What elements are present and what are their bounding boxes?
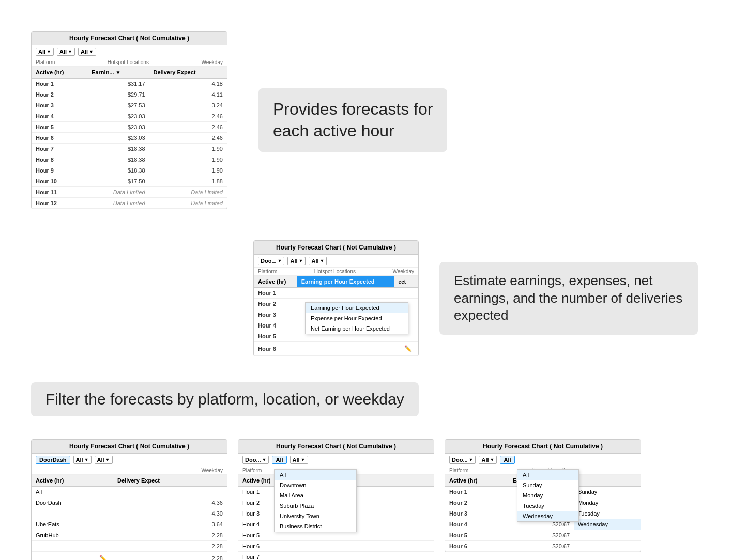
location-business[interactable]: Business District xyxy=(275,521,356,532)
table-row: Hour 4$23.032.46 xyxy=(32,111,227,122)
list-item: 2.28 xyxy=(32,541,227,552)
edit-icon[interactable]: ✏️ xyxy=(404,345,412,352)
table-row: Hour 10$17.501.88 xyxy=(32,176,227,187)
table-row: Hour 9$18.381.90 xyxy=(32,165,227,176)
list-item: All xyxy=(32,487,227,497)
dropdown-item-earning[interactable]: Earning per Hour Expected xyxy=(306,303,408,313)
middle-col-earning-highlighted[interactable]: Earning per Hour Expected xyxy=(297,276,394,288)
bottom-middle-location-filter[interactable]: All xyxy=(272,456,286,464)
platform-filter-arrow: ▼ xyxy=(47,49,51,54)
list-item: GrubHub2.28 xyxy=(32,530,227,541)
table-row: Hour 5 $20.67 xyxy=(445,530,641,541)
middle-table-title: Hourly Forecast Chart ( Not Cumulative ) xyxy=(254,241,418,255)
list-item: Hour 6 xyxy=(238,541,434,552)
dropdown-item-expense[interactable]: Expense per Hour Expected xyxy=(306,313,408,323)
middle-table-header-row: Active (hr) Earning per Hour Expected ec… xyxy=(254,276,418,288)
middle-platform-sublabel: Platform xyxy=(258,269,277,274)
weekday-dropdown-menu: All Sunday Monday Tuesday Wednesday xyxy=(517,469,579,522)
bottom-left-table-wrapper: Hourly Forecast Chart ( Not Cumulative )… xyxy=(31,439,227,560)
middle-location-sublabel: Hotspot Locations xyxy=(314,269,356,274)
list-item: 4.30 xyxy=(32,508,227,519)
location-mall[interactable]: Mall Area xyxy=(275,490,356,501)
weekday-tuesday[interactable]: Tuesday xyxy=(517,501,578,511)
table-row: Hour 12Data LimitedData Limited xyxy=(32,198,227,209)
list-item: UberEats3.64 xyxy=(32,519,227,530)
table-row: Hour 3$27.533.24 xyxy=(32,100,227,111)
platform-filter[interactable]: All ▼ xyxy=(36,48,54,56)
list-item: ✏️ 2.28 xyxy=(32,552,227,561)
weekday-filter[interactable]: All ▼ xyxy=(78,48,96,56)
main-table-header-row: Active (hr) Earnin... ▼ Delivery Expect xyxy=(32,67,227,79)
column-dropdown-menu: Earning per Hour Expected Expense per Ho… xyxy=(305,302,408,334)
edit-icon-bottom-left[interactable]: ✏️ xyxy=(99,555,107,560)
col-active-hr: Active (hr) xyxy=(32,67,87,79)
bottom-right-filter-row: Doo... ▼ All ▼ All xyxy=(445,454,641,466)
dropdown-item-net-earning[interactable]: Net Earning per Hour Expected xyxy=(306,323,408,334)
bottom-right-col-weekday xyxy=(574,475,641,487)
location-sublabel: Hotspot Locations xyxy=(108,59,149,65)
main-data-table: Active (hr) Earnin... ▼ Delivery Expect … xyxy=(32,67,227,209)
platform-sublabel: Platform xyxy=(36,59,55,65)
top-callout: Provides forecasts foreach active hour xyxy=(258,88,447,152)
middle-col-ect: ect xyxy=(394,276,418,288)
middle-forecast-table: Hourly Forecast Chart ( Not Cumulative )… xyxy=(253,240,419,356)
location-suburb[interactable]: Suburb Plaza xyxy=(275,501,356,511)
location-all[interactable]: All xyxy=(275,470,356,480)
table-row: Hour 1 xyxy=(254,288,418,299)
table-row: Hour 8$18.381.90 xyxy=(32,154,227,165)
bottom-right-title: Hourly Forecast Chart ( Not Cumulative ) xyxy=(445,440,641,454)
bottom-right-location-filter[interactable]: All ▼ xyxy=(479,456,497,464)
bottom-left-weekday-filter[interactable]: All ▼ xyxy=(95,456,113,464)
col-earning[interactable]: Earnin... ▼ xyxy=(87,67,149,79)
platform-filter-label: All xyxy=(38,49,45,55)
col-delivery: Delivery Expect xyxy=(149,67,227,79)
bottom-left-filter-row: DoorDash All ▼ All ▼ xyxy=(32,454,227,466)
bottom-middle-title: Hourly Forecast Chart ( Not Cumulative ) xyxy=(238,440,434,454)
location-university[interactable]: University Town xyxy=(275,511,356,521)
bottom-left-header-row: Active (hr) Delivery Expect xyxy=(32,475,227,487)
list-item: DoorDash4.36 xyxy=(32,497,227,508)
list-item: Hour 7 xyxy=(238,552,434,561)
main-forecast-table: Hourly Forecast Chart ( Not Cumulative )… xyxy=(31,31,227,209)
table-row: Hour 5$23.032.46 xyxy=(32,122,227,133)
location-filter-label: All xyxy=(59,49,67,55)
middle-filter-row: Doo... ▼ All ▼ All ▼ xyxy=(254,255,418,268)
table-row: Hour 11Data LimitedData Limited xyxy=(32,187,227,198)
bottom-left-platform-filter[interactable]: DoorDash xyxy=(36,456,70,464)
weekday-filter-arrow: ▼ xyxy=(89,49,94,54)
bottom-right-weekday-filter[interactable]: All xyxy=(500,456,514,464)
table-row: Hour 6 ✏️ xyxy=(254,342,418,356)
weekday-monday[interactable]: Monday xyxy=(517,490,578,501)
top-callout-text: Provides forecasts foreach active hour xyxy=(273,100,433,140)
weekday-filter-label: All xyxy=(81,49,88,55)
bottom-middle-platform-filter[interactable]: Doo... ▼ xyxy=(242,456,269,464)
bottom-left-location-filter[interactable]: All ▼ xyxy=(73,456,92,464)
table-row: Hour 6 $20.67 xyxy=(445,541,641,552)
middle-platform-filter[interactable]: Doo... ▼ xyxy=(258,257,284,265)
bottom-middle-weekday-filter[interactable]: All ▼ xyxy=(290,456,308,464)
middle-filter-sublabel-row: Platform Hotspot Locations Weekday xyxy=(254,268,418,276)
bottom-left-col-delivery: Delivery Expect xyxy=(113,475,227,487)
bottom-middle-col-empty xyxy=(364,475,434,487)
middle-location-filter[interactable]: All ▼ xyxy=(287,257,306,265)
weekday-sunday[interactable]: Sunday xyxy=(517,480,578,490)
main-table-title: Hourly Forecast Chart ( Not Cumulative ) xyxy=(32,32,227,45)
middle-col-active-hr: Active (hr) xyxy=(254,276,297,288)
location-filter-arrow: ▼ xyxy=(68,49,72,54)
bottom-section-header: Filter the forecasts by platform, locati… xyxy=(31,382,716,429)
location-filter[interactable]: All ▼ xyxy=(57,48,75,56)
weekday-all[interactable]: All xyxy=(517,470,578,480)
table-row: Hour 1$31.174.18 xyxy=(32,79,227,89)
main-filter-row: All ▼ All ▼ All ▼ xyxy=(32,45,227,58)
middle-weekday-filter[interactable]: All ▼ xyxy=(309,257,327,265)
table-row: Hour 7$18.381.90 xyxy=(32,144,227,154)
table-row: Hour 2$29.714.11 xyxy=(32,89,227,100)
weekday-wednesday[interactable]: Wednesday xyxy=(517,511,578,521)
location-downtown[interactable]: Downtown xyxy=(275,480,356,490)
table-row: Hour 6$23.032.46 xyxy=(32,133,227,144)
bottom-left-sublabel-row: Weekday xyxy=(32,466,227,475)
bottom-middle-filter-row: Doo... ▼ All All ▼ xyxy=(238,454,434,466)
filter-callout-text: Filter the forecasts by platform, locati… xyxy=(45,391,404,408)
weekday-sublabel: Weekday xyxy=(201,59,223,65)
bottom-right-platform-filter[interactable]: Doo... ▼ xyxy=(449,456,476,464)
